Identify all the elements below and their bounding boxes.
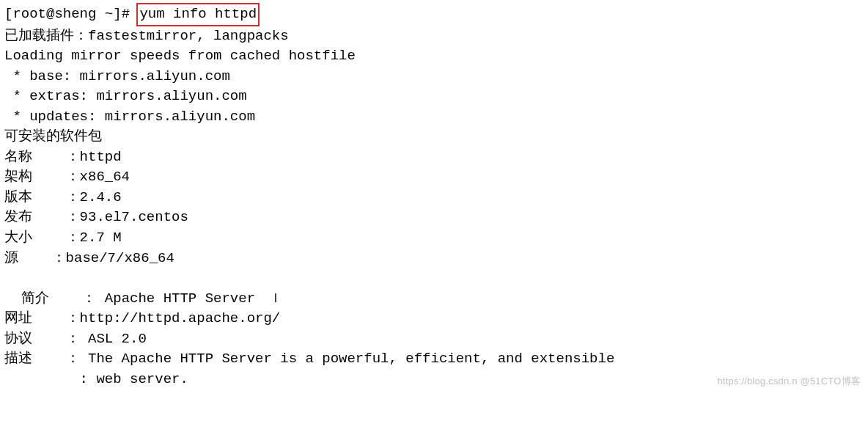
prompt-line[interactable]: [root@sheng ~]# yum info httpd [4,3,864,26]
pkg-size: 大小 ：2.7 M [4,228,864,249]
loading-line: Loading mirror speeds from cached hostfi… [4,46,864,67]
mirror-extras-line: * extras: mirrors.aliyun.com [4,87,864,107]
pkg-summary-text: 简介 ： Apache HTTP Server [21,290,272,307]
text-cursor-icon: I [272,290,279,307]
pkg-version: 版本 ：2.4.6 [4,188,864,208]
pkg-repo: 源 ：base/7/x86_64 [4,249,864,269]
watermark-text: https://blog.csdn.n @51CTO博客 [717,375,861,389]
mirror-updates-line: * updates: mirrors.aliyun.com [4,107,864,128]
pkg-name: 名称 ：httpd [4,147,864,168]
pkg-arch: 架构 ：x86_64 [4,167,864,188]
section-header: 可安装的软件包 [4,127,864,147]
mirror-base-line: * base: mirrors.aliyun.com [4,67,864,87]
pkg-desc-1: 描述 ： The Apache HTTP Server is a powerfu… [4,349,864,370]
plugins-line: 已加载插件：fastestmirror, langpacks [4,26,864,47]
pkg-license: 协议 ： ASL 2.0 [4,329,864,350]
pkg-release: 发布 ：93.el7.centos [4,208,864,228]
command-highlight: yum info httpd [136,3,260,26]
pkg-summary: 简介 ： Apache HTTP Server I [4,268,864,309]
pkg-url: 网址 ：http://httpd.apache.org/ [4,309,864,329]
shell-prompt: [root@sheng ~]# [4,4,138,25]
